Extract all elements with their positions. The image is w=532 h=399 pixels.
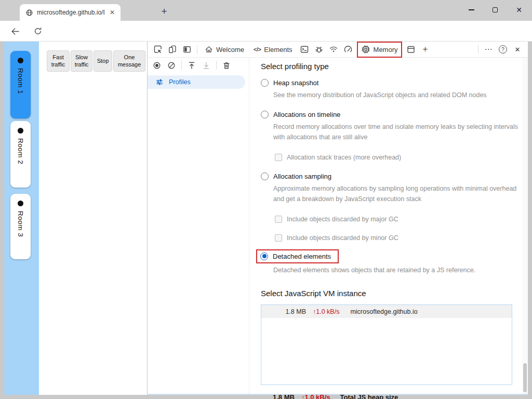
stop-button[interactable]: Stop: [94, 50, 112, 72]
room-tab-1[interactable]: Room 1: [10, 51, 31, 118]
allocations-timeline-desc: Record memory allocations over time and …: [273, 122, 522, 142]
devtools-scrollbar[interactable]: [522, 58, 528, 394]
window-minimize-button[interactable]: [459, 0, 483, 20]
total-heap-size: 1.8 MB: [273, 393, 295, 399]
devtools-more-menu-icon[interactable]: ⋯: [481, 43, 496, 57]
vm-host: microsoftedge.github.io: [350, 308, 417, 315]
devtools-toolbar: Welcome </> Elements Memory: [148, 42, 528, 58]
new-tab-button[interactable]: +: [157, 5, 171, 18]
radio-detached-elements[interactable]: Detached elements: [260, 252, 331, 260]
room-content: Fast traffic Slow traffic Stop One messa…: [39, 42, 147, 395]
devtools-panel: Welcome </> Elements Memory: [147, 42, 528, 395]
vm-heap-size: 1.8 MB: [261, 308, 306, 315]
detached-elements-desc: Detached elements shows objects that are…: [273, 265, 522, 275]
room-tab-3[interactable]: Room 3: [10, 194, 31, 259]
vm-instance-row[interactable]: 1.8 MB ↑1.0 kB/s microsoftedge.github.io: [261, 305, 512, 318]
checkbox-icon[interactable]: [275, 154, 282, 161]
total-heap-row: 1.8 MB ↑1.0 kB/s Total JS heap size: [261, 393, 522, 399]
detached-elements-highlight-box: Detached elements: [256, 249, 339, 263]
checkbox-minor-gc[interactable]: Include objects discarded by minor GC: [275, 234, 522, 242]
vm-allocation-rate: ↑1.0 kB/s: [313, 308, 339, 315]
one-message-button[interactable]: One message: [113, 50, 145, 72]
heap-snapshot-desc: See the memory distribution of JavaScrip…: [273, 90, 522, 100]
room-label: Room 1: [17, 68, 24, 94]
debug-bug-icon[interactable]: [312, 43, 326, 57]
code-icon: </>: [254, 46, 261, 52]
minimize-icon: [469, 9, 474, 10]
memory-left-nav: Profiles: [148, 58, 249, 394]
vm-instance-table: 1.8 MB ↑1.0 kB/s microsoftedge.github.io: [261, 304, 512, 385]
back-button[interactable]: [8, 25, 22, 37]
application-panel-icon[interactable]: [404, 43, 418, 57]
devtools-close-icon[interactable]: ✕: [510, 43, 525, 57]
sidebar-item-profiles[interactable]: Profiles: [148, 75, 245, 89]
vm-table-body: [261, 318, 512, 384]
device-emulation-icon[interactable]: [165, 43, 180, 57]
radio-icon[interactable]: [261, 172, 269, 180]
maximize-icon: [493, 7, 498, 12]
window-close-button[interactable]: ✕: [507, 0, 531, 20]
record-icon[interactable]: [150, 58, 164, 72]
room-label: Room 2: [17, 138, 24, 164]
memory-chip-icon: [361, 45, 370, 54]
window-maximize-button[interactable]: [483, 0, 507, 20]
total-heap-label: Total JS heap size: [340, 393, 398, 399]
room-label: Room 3: [17, 211, 24, 237]
room-status-dot: [18, 58, 23, 63]
tab-close-icon[interactable]: ✕: [108, 8, 116, 17]
allocation-sampling-desc: Approximate memory allocations by sampli…: [273, 184, 522, 204]
radio-allocations-timeline[interactable]: Allocations on timeline: [261, 111, 522, 118]
divider: [197, 45, 197, 54]
more-tabs-button[interactable]: +: [418, 43, 433, 57]
fast-traffic-button[interactable]: Fast traffic: [47, 50, 70, 72]
room-tab-2[interactable]: Room 2: [10, 121, 31, 188]
browser-toolbar: https://microsoftedge.github.io/Demos/de…: [0, 21, 532, 42]
webpage: Room 1 Room 2 Room 3 Fast traffic Slow t…: [4, 42, 147, 395]
room-status-dot: [18, 128, 23, 134]
performance-gauge-icon[interactable]: [341, 43, 355, 57]
checkbox-icon[interactable]: [275, 216, 282, 223]
checkbox-icon[interactable]: [275, 234, 282, 242]
tab-memory[interactable]: Memory: [358, 43, 401, 57]
inspect-element-icon[interactable]: [151, 43, 165, 57]
dock-side-icon[interactable]: [180, 43, 194, 57]
memory-tab-highlight-box: Memory: [357, 42, 402, 58]
radio-heap-snapshot[interactable]: Heap snapshot: [261, 79, 522, 87]
divider: [181, 61, 182, 70]
total-allocation-rate: ↑1.0 kB/s: [301, 393, 330, 399]
save-profile-icon: [199, 58, 214, 72]
scrollbar-thumb[interactable]: [523, 363, 527, 392]
home-icon: [205, 45, 213, 54]
profiles-sliders-icon: [155, 78, 164, 86]
vm-instance-heading: Select JavaScript VM instance: [261, 289, 522, 298]
radio-icon[interactable]: [261, 111, 269, 118]
profiling-type-heading: Select profiling type: [261, 62, 522, 71]
load-profile-icon[interactable]: [184, 58, 199, 72]
tab-welcome[interactable]: Welcome: [200, 43, 249, 57]
radio-allocation-sampling[interactable]: Allocation sampling: [261, 172, 522, 180]
globe-icon: [25, 9, 33, 17]
tab-title: microsoftedge.github.io/Demos/d: [37, 9, 104, 16]
console-icon[interactable]: [297, 43, 312, 57]
refresh-button[interactable]: [31, 25, 45, 37]
devtools-help-icon[interactable]: ?: [496, 43, 510, 57]
radio-selected-icon[interactable]: [260, 252, 268, 260]
radio-icon[interactable]: [261, 79, 269, 87]
tab-elements[interactable]: </> Elements: [249, 43, 297, 57]
divider: [478, 45, 478, 54]
slow-traffic-button[interactable]: Slow traffic: [71, 50, 92, 72]
room-sidebar: Room 1 Room 2 Room 3: [4, 42, 39, 395]
browser-tab[interactable]: microsoftedge.github.io/Demos/d ✕: [20, 4, 121, 21]
network-wifi-icon[interactable]: [326, 43, 341, 57]
memory-panel: Select profiling type Heap snapshot See …: [250, 58, 522, 394]
delete-trash-icon[interactable]: [219, 58, 234, 72]
room-status-dot: [18, 201, 23, 206]
checkbox-allocation-stack-traces[interactable]: Allocation stack traces (more overhead): [275, 154, 522, 161]
divider: [216, 61, 217, 70]
checkbox-major-gc[interactable]: Include objects discarded by major GC: [275, 216, 522, 223]
clear-icon[interactable]: [164, 58, 179, 72]
tab-strip: microsoftedge.github.io/Demos/d ✕ + ✕: [0, 0, 532, 21]
